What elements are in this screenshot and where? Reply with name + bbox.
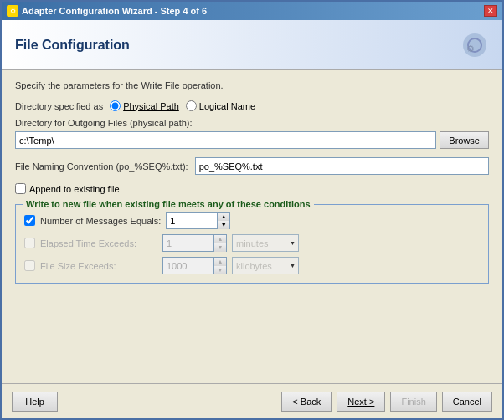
- title-bar: ⚙ Adapter Configuration Wizard - Step 4 …: [2, 2, 502, 20]
- elapsed-time-down: ▼: [214, 243, 226, 252]
- dir-input[interactable]: [15, 131, 436, 149]
- physical-path-label: Physical Path: [123, 101, 179, 111]
- naming-row: File Naming Convention (po_%SEQ%.txt):: [15, 157, 489, 175]
- instruction-text: Specify the parameters for the Write Fil…: [15, 80, 489, 90]
- cancel-button[interactable]: Cancel: [442, 392, 492, 412]
- app-icon: ⚙: [7, 5, 18, 17]
- num-messages-row: Number of Messages Equals: ▲ ▼: [24, 212, 480, 229]
- elapsed-time-checkbox[interactable]: [24, 238, 35, 248]
- kilobytes-dropdown: kilobytes megabytes: [232, 257, 299, 274]
- logical-name-radio[interactable]: [186, 100, 197, 111]
- conditions-group: Write to new file when existing file mee…: [15, 204, 489, 284]
- browse-button[interactable]: Browse: [440, 131, 489, 149]
- footer: Help < Back Next > Finish Cancel: [2, 383, 502, 418]
- group-title: Write to new file when existing file mee…: [23, 199, 314, 209]
- content-area: Specify the parameters for the Write Fil…: [2, 70, 502, 383]
- naming-input[interactable]: [195, 157, 489, 175]
- back-button[interactable]: < Back: [281, 392, 332, 412]
- title-bar-left: ⚙ Adapter Configuration Wizard - Step 4 …: [7, 5, 207, 17]
- dir-outgoing-label: Directory for Outgoing Files (physical p…: [15, 118, 489, 128]
- footer-left: Help: [12, 392, 58, 412]
- minutes-dropdown: minutes hours seconds: [232, 234, 299, 252]
- elapsed-time-label: Elapsed Time Exceeds:: [40, 238, 157, 248]
- file-size-label: File Size Exceeds:: [40, 261, 157, 271]
- svg-text:⚙: ⚙: [466, 44, 475, 54]
- num-messages-spinner-buttons: ▲ ▼: [217, 213, 229, 229]
- file-size-row: File Size Exceeds: ▲ ▼ kilobytes megabyt…: [24, 257, 480, 274]
- wizard-window: ⚙ Adapter Configuration Wizard - Step 4 …: [0, 0, 504, 420]
- elapsed-time-up: ▲: [214, 235, 226, 243]
- close-button[interactable]: ✕: [484, 5, 497, 17]
- file-size-up: ▲: [214, 258, 226, 266]
- elapsed-time-spinner: ▲ ▼: [162, 234, 227, 252]
- kilobytes-dropdown-wrapper: kilobytes megabytes: [232, 257, 299, 274]
- dir-outgoing-row: Browse: [15, 131, 489, 149]
- window-title: Adapter Configuration Wizard - Step 4 of…: [22, 6, 207, 16]
- logical-name-radio-label[interactable]: Logical Name: [186, 100, 255, 111]
- append-row: Append to existing file: [15, 183, 489, 194]
- num-messages-checkbox[interactable]: [24, 215, 35, 226]
- naming-label: File Naming Convention (po_%SEQ%.txt):: [15, 161, 188, 172]
- num-messages-up[interactable]: ▲: [218, 213, 229, 221]
- header-banner: File Configuration ⚙: [2, 20, 502, 70]
- page-title: File Configuration: [15, 38, 130, 53]
- minutes-dropdown-wrapper: minutes hours seconds: [232, 234, 299, 252]
- num-messages-input[interactable]: [167, 213, 217, 228]
- elapsed-time-spinner-buttons: ▲ ▼: [213, 235, 226, 252]
- finish-button[interactable]: Finish: [390, 392, 436, 412]
- num-messages-down[interactable]: ▼: [218, 221, 229, 229]
- num-messages-label[interactable]: Number of Messages Equals:: [40, 216, 161, 226]
- directory-label: Directory specified as: [15, 101, 103, 111]
- file-size-spinner: ▲ ▼: [162, 257, 227, 274]
- file-size-checkbox[interactable]: [24, 260, 35, 271]
- append-label[interactable]: Append to existing file: [29, 184, 120, 194]
- physical-path-radio-label[interactable]: Physical Path: [110, 100, 179, 111]
- directory-type-row: Directory specified as Physical Path Log…: [15, 100, 489, 111]
- file-size-spinner-buttons: ▲ ▼: [213, 258, 226, 274]
- append-checkbox[interactable]: [15, 183, 26, 194]
- elapsed-time-row: Elapsed Time Exceeds: ▲ ▼ minutes hours …: [24, 234, 480, 252]
- physical-path-radio[interactable]: [110, 100, 121, 111]
- elapsed-time-input: [163, 235, 213, 251]
- next-button[interactable]: Next >: [337, 392, 385, 412]
- gear-icon: ⚙: [439, 25, 489, 65]
- num-messages-spinner: ▲ ▼: [166, 212, 230, 229]
- footer-right: < Back Next > Finish Cancel: [281, 392, 492, 412]
- help-button[interactable]: Help: [12, 392, 58, 412]
- file-size-input: [163, 258, 213, 274]
- file-size-down: ▼: [214, 266, 226, 274]
- logical-name-label: Logical Name: [199, 101, 255, 111]
